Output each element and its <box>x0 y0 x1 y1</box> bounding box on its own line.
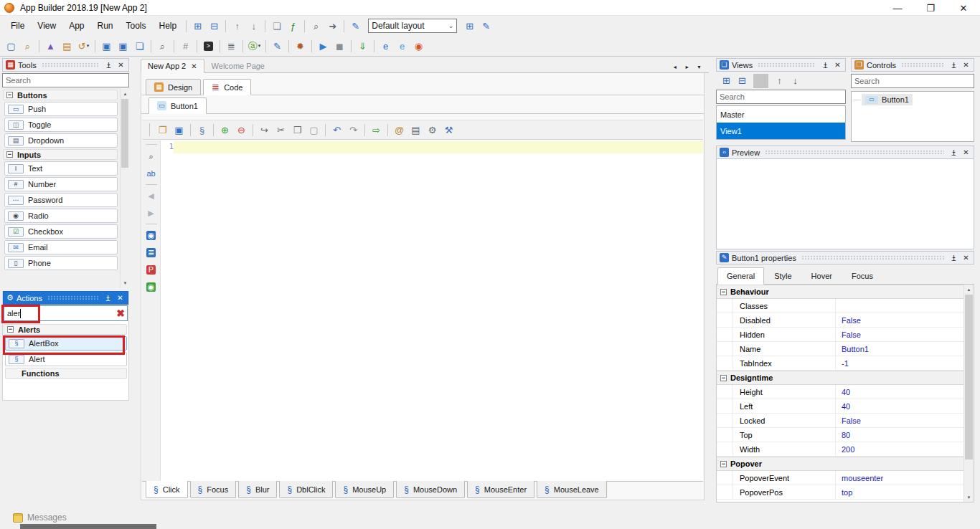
android-button[interactable]: ⓐ <box>246 38 263 54</box>
pin-icon[interactable]: Ŧ <box>103 294 113 302</box>
save-all-button[interactable]: ❏ <box>131 38 148 54</box>
views-tree-button[interactable]: ❏ <box>268 18 285 34</box>
tool-email[interactable]: − ✉ Email <box>4 240 118 254</box>
tab-code[interactable]: ≣ Code <box>203 79 251 95</box>
menu-file[interactable]: File <box>4 18 31 34</box>
panel-drag-texture[interactable] <box>47 295 98 300</box>
collapse-icon[interactable]: − <box>6 151 13 158</box>
scroll-down-icon[interactable]: ▼ <box>964 492 974 502</box>
remove-comment-button[interactable]: ⊖ <box>233 122 250 138</box>
views-search-input[interactable] <box>716 90 846 104</box>
prop-top[interactable]: − Top 80 <box>717 428 963 442</box>
property-value[interactable]: -1 <box>835 356 963 370</box>
controls-search-input[interactable] <box>851 74 974 88</box>
property-value[interactable]: False <box>835 313 963 327</box>
edit-html-button[interactable]: ✎ <box>269 38 286 54</box>
menu-view[interactable]: View <box>31 18 62 34</box>
control-item-button1[interactable]: ┄┄ ▭ Button1 <box>853 94 972 105</box>
minimize-button[interactable]: — <box>881 0 914 16</box>
nav-forward-icon[interactable]: ▶ <box>144 206 159 219</box>
prop-group-popover[interactable]: − Popover <box>717 457 963 471</box>
tab-button1[interactable]: ▭ Button1 <box>149 97 207 114</box>
prop-tab-general[interactable]: General <box>717 267 764 285</box>
event-tab-mousedown[interactable]: § MouseDown <box>396 481 465 498</box>
export-excel-icon[interactable]: ◉ <box>144 280 159 293</box>
collapse-icon[interactable]: − <box>720 289 727 295</box>
tab-new-app-2[interactable]: New App 2 ✕ <box>141 59 204 73</box>
app-browser-button[interactable]: ⌕ <box>19 38 36 54</box>
console-button[interactable]: > <box>200 38 217 54</box>
code-content[interactable] <box>174 140 703 481</box>
tool-push[interactable]: − ▭ Push <box>4 102 118 116</box>
prop-width[interactable]: − Width 200 <box>717 442 963 457</box>
close-icon[interactable]: ✕ <box>961 148 971 156</box>
collapse-icon[interactable]: − <box>720 375 727 381</box>
panel-drag-texture[interactable] <box>765 150 944 155</box>
prop-disabled[interactable]: − Disabled False <box>717 313 963 328</box>
prop-popoverpos[interactable]: − PopoverPos top <box>717 485 963 500</box>
page-setup-button[interactable]: ⚙ <box>424 122 440 138</box>
export-view-button[interactable]: ➜ <box>324 18 341 34</box>
pin-icon[interactable]: Ŧ <box>949 61 958 69</box>
tab-design[interactable]: ▦ Design <box>146 79 201 95</box>
tool-text[interactable]: − I Text <box>4 161 118 176</box>
insert-snippet-button[interactable]: ↪ <box>256 122 273 138</box>
actions-group-alerts[interactable]: − Alerts <box>4 324 127 335</box>
prop-popoverevent[interactable]: − PopoverEvent mouseenter <box>717 471 963 485</box>
chrome-button[interactable]: ◉ <box>410 38 427 54</box>
prop-group-designtime[interactable]: − Designtime <box>717 371 963 385</box>
replace-code-icon[interactable]: ab <box>144 167 159 180</box>
edit-layout-button[interactable]: ✎ <box>478 18 494 34</box>
close-button[interactable]: ✕ <box>947 0 980 16</box>
tab-list-button[interactable]: ▼ <box>697 65 702 70</box>
ie-button[interactable]: e <box>394 38 410 54</box>
new-app-button[interactable]: ▢ <box>3 38 19 54</box>
export-pdf-icon[interactable]: P <box>144 263 159 276</box>
move-view-up-button[interactable]: ↑ <box>229 18 245 34</box>
report-button[interactable]: ≣ <box>223 38 240 54</box>
site-map-button[interactable]: # <box>177 38 194 54</box>
pin-icon[interactable]: Ŧ <box>821 61 830 69</box>
actions-group-functions[interactable]: − Functions <box>5 368 127 379</box>
code-editor[interactable]: ⌕ab◀▶◉≣P◉ 1 <box>142 140 703 481</box>
prop-hidden[interactable]: − Hidden False <box>717 328 963 342</box>
event-tab-mouseenter[interactable]: § MouseEnter <box>467 481 534 498</box>
event-tab-dblclick[interactable]: § DblClick <box>279 481 333 498</box>
scroll-tabs-left-button[interactable]: ◄ <box>672 65 677 70</box>
property-value[interactable] <box>835 299 963 313</box>
cut-button[interactable]: ✂ <box>273 122 289 138</box>
scroll-thumb[interactable] <box>965 295 973 459</box>
tools-scrollbar[interactable]: ▲ ▼ <box>120 89 129 287</box>
view-down-button[interactable]: ↓ <box>788 74 803 88</box>
properties-scrollbar[interactable]: ▲ ▼ <box>963 285 974 502</box>
edge-button[interactable]: e <box>377 38 394 54</box>
find-view-button[interactable]: ⌕ <box>308 18 324 34</box>
tool-checkbox[interactable]: − ☑ Checkbox <box>4 224 118 239</box>
tool-radio[interactable]: − ◉ Radio <box>4 209 118 223</box>
wizard-button[interactable]: ▲ <box>42 38 59 54</box>
event-tab-mouseleave[interactable]: § MouseLeave <box>537 481 607 498</box>
prop-height[interactable]: − Height 40 <box>717 385 963 399</box>
menu-run[interactable]: Run <box>91 18 120 34</box>
prop-tabindex[interactable]: − TabIndex -1 <box>717 356 963 371</box>
close-icon[interactable]: ✕ <box>116 61 126 69</box>
tool-toggle[interactable]: − ◫ Toggle <box>4 118 118 132</box>
property-value[interactable]: False <box>835 328 963 341</box>
view-item-view1[interactable]: View1 <box>717 123 845 139</box>
select-block-button[interactable]: ▢ <box>306 122 322 138</box>
run-button[interactable]: ▶ <box>315 38 331 54</box>
action-alert[interactable]: − § Alert <box>5 352 127 366</box>
view-up-button[interactable]: ↑ <box>772 74 787 88</box>
panel-drag-texture[interactable] <box>801 255 944 260</box>
close-icon[interactable]: ✕ <box>833 61 842 69</box>
code-tools-button[interactable]: ⚒ <box>440 122 457 138</box>
property-value[interactable]: 200 <box>835 442 963 456</box>
view-item-master[interactable]: Master <box>717 106 845 123</box>
collapse-icon[interactable]: − <box>6 92 13 98</box>
get-code-button[interactable]: ⇓ <box>354 38 371 54</box>
event-tab-mouseup[interactable]: § MouseUp <box>335 481 394 498</box>
scroll-thumb[interactable] <box>121 99 128 168</box>
export-word-icon[interactable]: ◉ <box>144 229 159 242</box>
action-alertbox[interactable]: − § AlertBox <box>5 336 127 351</box>
restore-button[interactable]: ❐ <box>914 0 947 16</box>
